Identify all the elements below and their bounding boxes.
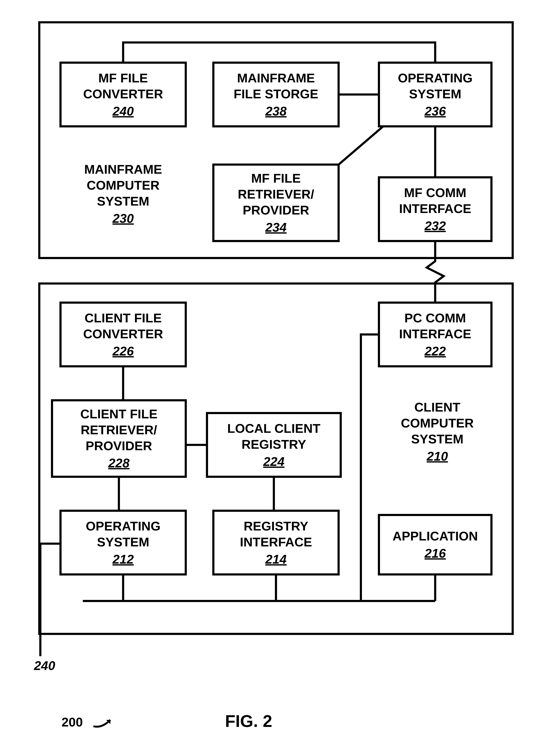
- client-retriever-block: CLIENT FILE RETRIEVER/ PROVIDER 228: [51, 399, 187, 478]
- application-ref: 216: [424, 545, 446, 561]
- pc-comm-l2: INTERFACE: [399, 326, 471, 342]
- client-os-block: OPERATING SYSTEM 212: [59, 510, 187, 575]
- mf-retriever-l2: RETRIEVER/: [238, 186, 314, 202]
- client-os-l1: OPERATING: [86, 518, 161, 534]
- mf-os-l1: OPERATING: [398, 70, 473, 86]
- client-system-label-ref: 210: [374, 448, 501, 464]
- mf-retriever-ref: 234: [266, 219, 286, 235]
- mf-file-storage-ref: 238: [266, 103, 286, 119]
- client-retriever-l1: CLIENT FILE: [80, 406, 157, 422]
- arrow-icon: [91, 714, 121, 731]
- mf-os-block: OPERATING SYSTEM 236: [378, 62, 492, 127]
- client-system-label-l3: SYSTEM: [374, 431, 501, 447]
- mf-comm-ref: 232: [424, 218, 446, 234]
- client-file-converter-block: CLIENT FILE CONVERTER 226: [59, 302, 187, 367]
- registry-interface-block: REGISTRY INTERFACE 214: [212, 510, 340, 575]
- client-system-label: CLIENT COMPUTER SYSTEM 210: [374, 399, 501, 464]
- registry-interface-ref: 214: [266, 551, 286, 567]
- mainframe-system-label-l1: MAINFRAME: [59, 161, 187, 177]
- application-l1: APPLICATION: [392, 528, 478, 544]
- client-os-l2: SYSTEM: [97, 534, 150, 550]
- client-os-ref: 212: [113, 551, 134, 567]
- mf-os-l2: SYSTEM: [409, 86, 461, 102]
- mainframe-system-label-l3: SYSTEM: [59, 193, 187, 209]
- client-file-converter-ref: 226: [113, 343, 134, 359]
- figure-ref-num: 200: [62, 715, 83, 729]
- mf-retriever-block: MF FILE RETRIEVER/ PROVIDER 234: [212, 164, 340, 242]
- mf-os-ref: 236: [424, 103, 446, 119]
- application-block: APPLICATION 216: [378, 514, 492, 575]
- mainframe-system-label-l2: COMPUTER: [59, 177, 187, 193]
- pc-comm-block: PC COMM INTERFACE 222: [378, 302, 492, 367]
- mf-file-converter-l2: CONVERTER: [83, 86, 163, 102]
- mf-file-converter-l1: MF FILE: [98, 70, 148, 86]
- pc-comm-l1: PC COMM: [404, 310, 466, 326]
- local-client-registry-ref: 224: [263, 454, 284, 470]
- pc-comm-ref: 222: [424, 343, 446, 359]
- registry-interface-l2: INTERFACE: [240, 534, 312, 550]
- mf-file-converter-block: MF FILE CONVERTER 240: [59, 62, 187, 127]
- client-system-label-l2: COMPUTER: [374, 415, 501, 431]
- mainframe-system-label: MAINFRAME COMPUTER SYSTEM 230: [59, 161, 187, 226]
- callout-240: 240: [34, 658, 55, 673]
- local-client-registry-l1: LOCAL CLIENT: [227, 420, 320, 436]
- mf-retriever-l1: MF FILE: [251, 170, 300, 186]
- figure-label: FIG. 2: [225, 711, 272, 731]
- client-file-converter-l2: CONVERTER: [83, 326, 163, 342]
- client-system-label-l1: CLIENT: [374, 399, 501, 415]
- local-client-registry-block: LOCAL CLIENT REGISTRY 224: [206, 412, 342, 478]
- client-retriever-l3: PROVIDER: [86, 438, 152, 454]
- mf-comm-block: MF COMM INTERFACE 232: [378, 176, 492, 242]
- registry-interface-l1: REGISTRY: [244, 518, 308, 534]
- mf-comm-l1: MF COMM: [404, 185, 466, 201]
- client-file-converter-l1: CLIENT FILE: [85, 310, 162, 326]
- figure-row: 200: [62, 714, 121, 731]
- local-client-registry-l2: REGISTRY: [242, 436, 306, 452]
- mf-file-converter-ref: 240: [113, 103, 134, 119]
- mf-file-storage-l1: MAINFRAME: [237, 70, 315, 86]
- mf-retriever-l3: PROVIDER: [243, 202, 309, 218]
- mf-file-storage-l2: FILE STORGE: [234, 86, 318, 102]
- mf-file-storage-block: MAINFRAME FILE STORGE 238: [212, 62, 340, 127]
- client-retriever-l2: RETRIEVER/: [81, 422, 157, 438]
- mf-comm-l2: INTERFACE: [399, 201, 471, 217]
- client-retriever-ref: 228: [108, 455, 130, 471]
- mainframe-system-label-ref: 230: [59, 210, 187, 226]
